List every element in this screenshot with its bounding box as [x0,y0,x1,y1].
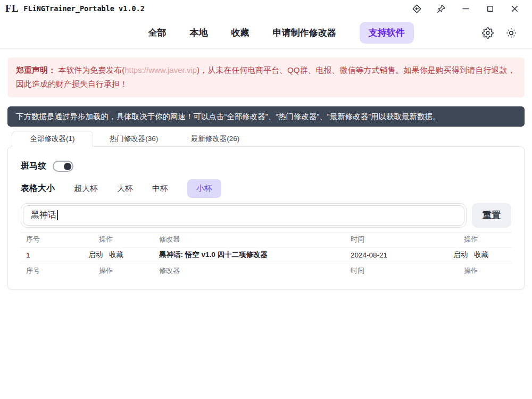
theme-sun-icon[interactable] [505,27,517,39]
launch-link[interactable]: 启动 [88,251,103,259]
favorite-link[interactable]: 收藏 [474,251,488,259]
row-date: 2024-08-21 [345,251,430,259]
tab-new-trainers[interactable]: 最新修改器(26) [174,131,256,147]
zebra-stripe-label: 斑马纹 [21,161,46,172]
window-title: FLiNGTrainer_Portable v1.0.2 [23,4,145,13]
reset-button[interactable]: 重置 [472,203,511,228]
pin-icon[interactable] [429,1,453,16]
header-trainer: 修改器 [154,235,345,244]
nav-item-support-software[interactable]: 支持软件 [360,22,414,44]
nav-item-local[interactable]: 本地 [190,27,208,39]
minimize-button[interactable] [453,1,478,16]
row-no: 1 [21,251,58,259]
size-option-xlarge[interactable]: 超大杯 [74,184,98,194]
header-actions-left: 操作 [58,235,154,244]
text-caret [57,210,58,220]
site-link[interactable]: https://www.javer.vip [124,65,197,74]
footer-trainer: 修改器 [154,266,345,276]
zebra-stripe-toggle[interactable] [53,161,73,172]
trainer-table: 序号 操作 修改器 时间 操作 1 启动收藏 黑神话: 悟空 v1.0 四十二项… [21,232,511,278]
footer-actions-right: 操作 [430,266,511,276]
app-logo: FL [5,3,19,14]
table-footer: 序号 操作 修改器 时间 操作 [21,263,511,278]
favorite-link[interactable]: 收藏 [109,251,123,259]
size-option-small[interactable]: 小杯 [187,179,221,198]
tab-hot-trainers[interactable]: 热门修改器(36) [93,131,174,147]
nav-item-favorites[interactable]: 收藏 [231,27,250,39]
table-header: 序号 操作 修改器 时间 操作 [21,232,511,247]
app-window: FL FLiNGTrainer_Portable v1.0.2 [0,0,532,399]
disclaimer-title: 郑重声明： [16,65,56,74]
launch-link[interactable]: 启动 [453,251,468,259]
nav-item-all[interactable]: 全部 [148,27,167,39]
search-input[interactable]: 黑神话 [21,203,467,228]
table-size-label: 表格大小 [21,183,55,194]
titlebar: FL FLiNGTrainer_Portable v1.0.2 [0,0,532,17]
trainer-name: 黑神话: 悟空 v1.0 四十二项修改器 [154,250,345,260]
settings-gear-icon[interactable] [482,27,494,39]
size-option-medium[interactable]: 中杯 [152,184,168,194]
search-value: 黑神话 [31,210,56,221]
nav-bar: 全部 本地 收藏 申请制作修改器 支持软件 [0,17,532,49]
footer-actions-left: 操作 [58,266,154,276]
maximize-button[interactable] [478,1,502,16]
nav-item-request-trainer[interactable]: 申请制作修改器 [273,27,336,39]
header-no: 序号 [21,235,58,244]
header-actions-right: 操作 [430,235,511,244]
header-date: 时间 [345,235,430,244]
disclaimer-banner: 郑重声明： 本软件为免费发布(https://www.javer.vip)，从未… [7,57,525,97]
tab-all-trainers[interactable]: 全部修改器(1) [12,131,93,147]
popout-icon[interactable] [404,1,429,16]
trainer-tabs: 全部修改器(1) 热门修改器(36) 最新修改器(26) [7,131,525,147]
footer-date: 时间 [345,266,430,276]
disclaimer-text-1: 本软件为免费发布( [56,65,124,74]
table-row: 1 启动收藏 黑神话: 悟空 v1.0 四十二项修改器 2024-08-21 启… [21,247,511,263]
info-banner: 下方数据是通过异步加载的，具体取决于你的网速！可以点击“全部修改器”、“热门修改… [7,106,525,127]
footer-no: 序号 [21,266,58,276]
close-button[interactable] [502,1,527,16]
toggle-knob [64,163,71,170]
size-option-large[interactable]: 大杯 [117,184,133,194]
trainer-panel: 斑马纹 表格大小 超大杯 大杯 中杯 小杯 黑神话 重置 [7,146,525,290]
